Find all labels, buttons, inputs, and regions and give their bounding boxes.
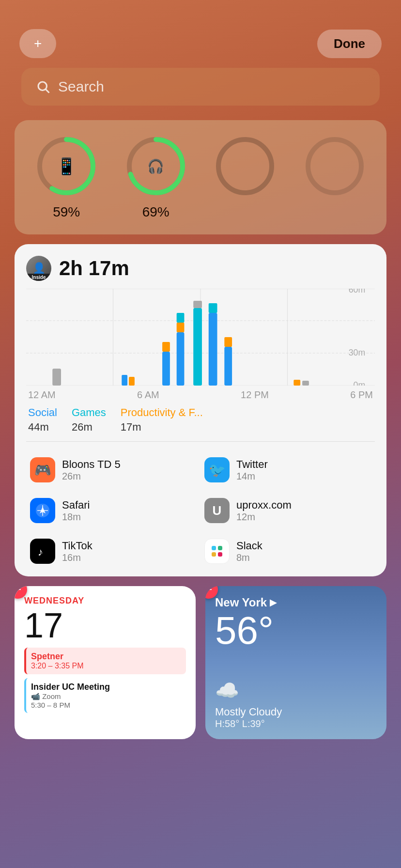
app-item-tiktok: ♪ TikTok 16m [26, 531, 200, 572]
app-icon-tiktok: ♪ [30, 539, 55, 564]
svg-rect-29 [209, 303, 217, 313]
svg-text:30m: 30m [349, 348, 366, 357]
svg-rect-39 [212, 546, 216, 550]
weather-high: H:58° [215, 718, 239, 729]
category-games-name: Games [72, 406, 106, 419]
app-info-safari: Safari 18m [62, 499, 90, 523]
svg-rect-31 [224, 337, 232, 347]
app-name-bloons: Bloons TD 5 [62, 458, 121, 471]
add-widget-button[interactable]: + [19, 29, 56, 58]
app-item-slack: Slack 8m [200, 531, 375, 572]
divider [26, 441, 375, 442]
app-duration-bloons: 26m [62, 471, 121, 482]
cal-event-spetner-time: 3:20 – 3:35 PM [31, 662, 181, 670]
category-row: Social 44m Games 26m Productivity & F...… [26, 406, 375, 434]
svg-point-0 [38, 82, 47, 91]
svg-rect-32 [293, 380, 300, 386]
svg-rect-21 [162, 352, 170, 386]
calendar-day-number: 17 [24, 608, 186, 643]
svg-text:0m: 0m [354, 380, 366, 386]
app-icon-bloons: 🎮 [30, 457, 55, 482]
app-duration-slack: 8m [236, 552, 262, 563]
chart-label-12am: 12 AM [28, 389, 56, 401]
svg-rect-27 [193, 301, 202, 308]
svg-line-1 [46, 90, 49, 93]
svg-rect-42 [218, 552, 222, 557]
phone-icon: 📱 [56, 156, 77, 176]
bottom-widgets-row: − WEDNESDAY 17 Spetner 3:20 – 3:35 PM In… [15, 586, 386, 739]
svg-rect-25 [177, 313, 185, 323]
calendar-widget: − WEDNESDAY 17 Spetner 3:20 – 3:35 PM In… [15, 586, 196, 739]
svg-rect-41 [212, 552, 216, 557]
calendar-day-name: WEDNESDAY [24, 596, 186, 606]
category-productivity-duration: 17m [121, 421, 203, 434]
airpods-icon: 🎧 [147, 158, 164, 174]
search-container: Search [21, 68, 380, 106]
app-item-uproxx: U uproxx.com 12m [200, 490, 375, 531]
svg-rect-30 [224, 347, 232, 386]
svg-rect-20 [129, 377, 135, 386]
app-name-slack: Slack [236, 540, 262, 552]
app-icon-uproxx: U [204, 498, 230, 523]
battery-ring-empty2 [303, 135, 366, 198]
svg-rect-19 [122, 375, 127, 386]
svg-rect-23 [177, 332, 185, 386]
svg-rect-40 [218, 546, 222, 550]
app-duration-safari: 18m [62, 512, 90, 523]
avatar-label: Inside [26, 274, 51, 281]
battery-percent-airpods: 69% [142, 204, 170, 220]
app-icon-twitter: 🐦 [204, 457, 230, 482]
battery-item-empty2 [293, 135, 377, 198]
screentime-total-time: 2h 17m [59, 257, 129, 280]
calendar-event-meeting: Insider UC Meeting 📹 Zoom 5:30 – 8 PM [24, 678, 186, 713]
chart-label-6pm: 6 PM [350, 389, 373, 401]
app-info-bloons: Bloons TD 5 26m [62, 458, 121, 482]
cal-event-meeting-subtitle: 📹 Zoom [31, 692, 181, 701]
svg-point-6 [218, 140, 272, 193]
category-games-duration: 26m [72, 421, 106, 434]
app-name-safari: Safari [62, 499, 90, 512]
screentime-header: 👤 Inside 2h 17m [26, 256, 375, 281]
search-placeholder: Search [58, 78, 104, 95]
app-info-uproxx: uproxx.com 12m [236, 499, 292, 523]
category-social-name: Social [28, 406, 57, 419]
app-item-twitter: 🐦 Twitter 14m [200, 450, 375, 490]
app-duration-tiktok: 16m [62, 552, 93, 563]
svg-point-7 [308, 140, 361, 193]
screentime-widget: 👤 Inside 2h 17m 60m 30m 0m [15, 244, 386, 576]
svg-text:60m: 60m [349, 289, 366, 294]
app-duration-uproxx: 12m [236, 512, 292, 523]
top-bar: + Done [0, 0, 401, 68]
svg-rect-26 [193, 308, 202, 386]
category-productivity: Productivity & F... 17m [121, 406, 203, 434]
app-item-bloons: 🎮 Bloons TD 5 26m [26, 450, 200, 490]
location-icon: ▶ [270, 597, 277, 608]
search-icon [36, 79, 50, 94]
cal-event-meeting-time: 5:30 – 8 PM [31, 701, 181, 709]
cal-event-meeting-title: Insider UC Meeting [31, 682, 181, 692]
battery-item-phone: 📱 59% [24, 135, 109, 220]
svg-rect-28 [209, 313, 217, 386]
chart-x-labels: 12 AM 6 AM 12 PM 6 PM [26, 389, 375, 401]
done-button[interactable]: Done [317, 30, 382, 58]
category-games: Games 26m [72, 406, 106, 434]
svg-rect-18 [52, 369, 61, 386]
search-bar[interactable]: Search [21, 68, 380, 106]
chart-label-12pm: 12 PM [241, 389, 269, 401]
app-name-uproxx: uproxx.com [236, 499, 292, 512]
battery-percent-phone: 59% [53, 204, 80, 220]
weather-condition: Mostly Cloudy [215, 706, 377, 718]
battery-item-empty1 [203, 135, 288, 198]
app-icon-slack [204, 539, 230, 564]
calendar-event-spetner: Spetner 3:20 – 3:35 PM [24, 648, 186, 674]
screentime-chart: 60m 30m 0m [26, 289, 375, 386]
svg-rect-24 [177, 323, 185, 332]
avatar: 👤 Inside [26, 256, 51, 281]
app-item-safari: Safari 18m [26, 490, 200, 531]
app-info-tiktok: TikTok 16m [62, 540, 93, 563]
app-info-twitter: Twitter 14m [236, 458, 268, 482]
cloud-icon: ☁️ [215, 679, 377, 702]
battery-widget: 📱 59% 🎧 69% [15, 120, 386, 234]
category-social-duration: 44m [28, 421, 57, 434]
weather-range: H:58° L:39° [215, 718, 377, 729]
